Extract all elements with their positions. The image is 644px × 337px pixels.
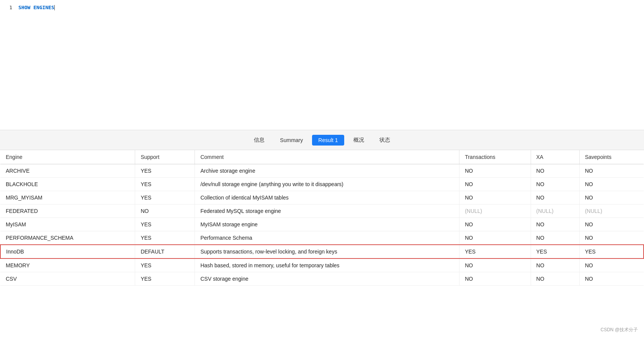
cell-transactions: NO <box>459 231 531 245</box>
watermark: CSDN @技术分子 <box>600 327 638 333</box>
editor-area: 1 SHOW ENGINES <box>0 0 644 130</box>
table-row[interactable]: CSVYESCSV storage engineNONONO <box>0 272 644 286</box>
table-row[interactable]: BLACKHOLEYES/dev/null storage engine (an… <box>0 178 644 191</box>
cell-comment: Federated MySQL storage engine <box>195 204 459 218</box>
cell-support: YES <box>135 178 195 191</box>
cell-savepoints: NO <box>579 231 644 245</box>
table-row[interactable]: PERFORMANCE_SCHEMAYESPerformance SchemaN… <box>0 231 644 245</box>
cell-transactions: NO <box>459 178 531 191</box>
cell-engine: InnoDB <box>0 245 135 258</box>
cell-savepoints: NO <box>579 218 644 231</box>
cell-support: YES <box>135 164 195 178</box>
cell-support: YES <box>135 191 195 204</box>
cell-support: NO <box>135 204 195 218</box>
col-xa: XA <box>531 150 579 164</box>
cell-engine: FEDERATED <box>0 204 135 218</box>
cell-xa: NO <box>531 272 579 286</box>
cell-comment: /dev/null storage engine (anything you w… <box>195 178 459 191</box>
line-numbers: 1 <box>0 0 15 130</box>
cell-xa: NO <box>531 191 579 204</box>
cursor <box>54 5 55 10</box>
cell-xa: NO <box>531 178 579 191</box>
cell-engine: BLACKHOLE <box>0 178 135 191</box>
keyword-show: SHOW ENGINES <box>18 5 54 10</box>
cell-engine: PERFORMANCE_SCHEMA <box>0 231 135 245</box>
cell-comment: MyISAM storage engine <box>195 218 459 231</box>
cell-transactions: NO <box>459 218 531 231</box>
cell-xa: NO <box>531 218 579 231</box>
cell-transactions: (NULL) <box>459 204 531 218</box>
tab-bar: 信息 Summary Result 1 概况 状态 <box>0 130 644 150</box>
cell-engine: MEMORY <box>0 258 135 272</box>
cell-transactions: NO <box>459 258 531 272</box>
tab-summary[interactable]: Summary <box>274 135 309 146</box>
cell-comment: CSV storage engine <box>195 272 459 286</box>
table-row[interactable]: MEMORYYESHash based, stored in memory, u… <box>0 258 644 272</box>
table-row[interactable]: ARCHIVEYESArchive storage engineNONONO <box>0 164 644 178</box>
cell-savepoints: YES <box>579 245 644 258</box>
tab-status[interactable]: 状态 <box>373 134 396 146</box>
table-row[interactable]: MRG_MYISAMYESCollection of identical MyI… <box>0 191 644 204</box>
table-row[interactable]: InnoDBDEFAULTSupports transactions, row-… <box>0 245 644 258</box>
cell-support: YES <box>135 272 195 286</box>
cell-xa: NO <box>531 164 579 178</box>
results-area: Engine Support Comment Transactions XA S… <box>0 150 644 286</box>
col-engine: Engine <box>0 150 135 164</box>
cell-savepoints: NO <box>579 191 644 204</box>
cell-support: YES <box>135 258 195 272</box>
cell-comment: Collection of identical MyISAM tables <box>195 191 459 204</box>
cell-support: YES <box>135 218 195 231</box>
col-transactions: Transactions <box>459 150 531 164</box>
col-comment: Comment <box>195 150 459 164</box>
col-savepoints: Savepoints <box>579 150 644 164</box>
editor-content[interactable]: SHOW ENGINES <box>15 0 644 130</box>
table-row[interactable]: MyISAMYESMyISAM storage engineNONONO <box>0 218 644 231</box>
cell-comment: Archive storage engine <box>195 164 459 178</box>
cell-savepoints: NO <box>579 258 644 272</box>
cell-support: YES <box>135 231 195 245</box>
cell-comment: Supports transactions, row-level locking… <box>195 245 459 258</box>
results-table: Engine Support Comment Transactions XA S… <box>0 150 644 286</box>
tab-result1[interactable]: Result 1 <box>312 135 344 146</box>
cell-savepoints: NO <box>579 164 644 178</box>
cell-savepoints: NO <box>579 178 644 191</box>
cell-support: DEFAULT <box>135 245 195 258</box>
cell-transactions: YES <box>459 245 531 258</box>
line-number-1: 1 <box>3 5 12 10</box>
cell-savepoints: (NULL) <box>579 204 644 218</box>
tab-info[interactable]: 信息 <box>248 134 271 146</box>
cell-xa: (NULL) <box>531 204 579 218</box>
cell-transactions: NO <box>459 272 531 286</box>
cell-xa: NO <box>531 231 579 245</box>
cell-engine: ARCHIVE <box>0 164 135 178</box>
cell-transactions: NO <box>459 191 531 204</box>
cell-savepoints: NO <box>579 272 644 286</box>
cell-engine: MyISAM <box>0 218 135 231</box>
table-row[interactable]: FEDERATEDNOFederated MySQL storage engin… <box>0 204 644 218</box>
cell-comment: Performance Schema <box>195 231 459 245</box>
table-header-row: Engine Support Comment Transactions XA S… <box>0 150 644 164</box>
cell-comment: Hash based, stored in memory, useful for… <box>195 258 459 272</box>
cell-xa: YES <box>531 245 579 258</box>
cell-xa: NO <box>531 258 579 272</box>
col-support: Support <box>135 150 195 164</box>
cell-engine: MRG_MYISAM <box>0 191 135 204</box>
cell-engine: CSV <box>0 272 135 286</box>
tab-overview[interactable]: 概况 <box>347 134 370 146</box>
cell-transactions: NO <box>459 164 531 178</box>
